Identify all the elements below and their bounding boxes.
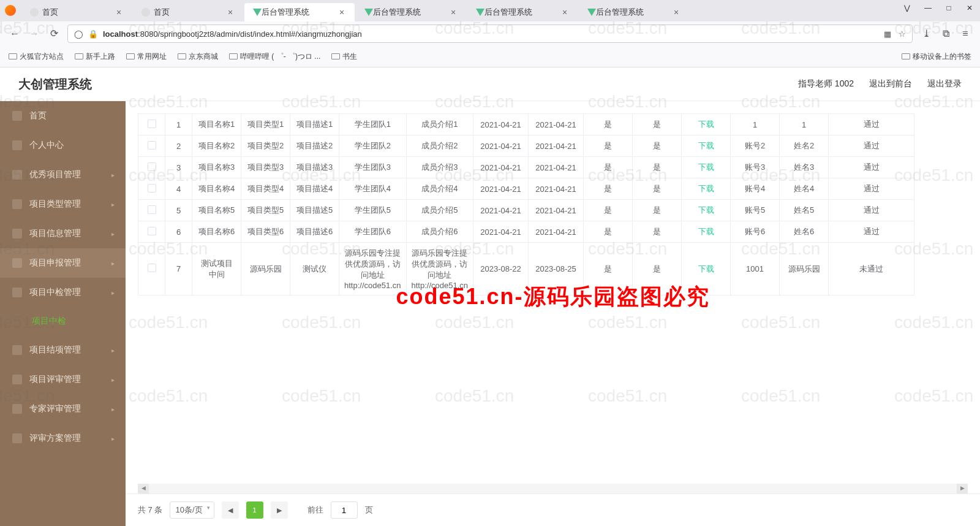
row-checkbox[interactable] [148,141,156,150]
cell-type: 项目类型4 [241,178,290,200]
bookmark-item[interactable]: 哔哩哔哩 ( ゜- ゜)つロ ... [229,51,320,62]
row-checkbox[interactable] [148,120,156,128]
cell-desc: 项目描述6 [290,221,339,243]
download-link[interactable]: 下载 [698,205,714,215]
page-size-select[interactable]: 10条/页 [170,501,214,519]
row-checkbox[interactable] [148,184,156,192]
menu-icon[interactable]: ≡ [959,28,971,40]
download-link[interactable]: 下载 [698,264,714,273]
cell-acct: 账号5 [731,200,780,221]
download-icon[interactable]: ⤓ [920,28,932,40]
row-checkbox[interactable] [148,264,156,272]
download-link[interactable]: 下载 [698,141,714,150]
folder-icon [75,53,83,59]
current-user[interactable]: 指导老师 1002 [798,78,854,90]
tab-close-icon[interactable]: × [115,8,123,17]
row-checkbox[interactable] [148,205,156,214]
sidebar-item[interactable]: 项目申报管理▸ [0,248,126,278]
browser-tab[interactable]: 后台管理系统× [244,3,355,21]
app-header-right: 指导老师 1002 退出到前台 退出登录 [798,78,962,90]
sidebar-item[interactable]: 首页 [0,101,126,131]
scroll-right-icon[interactable]: ▶ [957,484,968,494]
url-box[interactable]: ◯ 🔒 localhost:8080/springbootj2zt8/admin… [67,25,913,43]
nav-forward-icon[interactable]: → [28,28,40,40]
horizontal-scrollbar[interactable]: ◀ ▶ [138,484,968,494]
download-link[interactable]: 下载 [698,227,714,236]
window-close-icon[interactable]: ✕ [965,4,974,12]
nav-back-icon[interactable]: ← [9,28,21,40]
pager-prev[interactable]: ◀ [222,501,239,519]
window-more-icon[interactable]: ⋁ [903,4,911,12]
menu-label: 项目结项管理 [29,345,81,356]
sidebar-item[interactable]: 评审方案管理▸ [0,424,126,453]
menu-label: 个人中心 [29,140,64,151]
bookmark-mobile[interactable]: 移动设备上的书签 [902,51,971,62]
bookmark-item[interactable]: 书生 [331,51,357,62]
menu-icon [12,433,22,443]
extensions-icon[interactable]: ⧉ [940,28,952,40]
pager-goto-input[interactable] [331,501,358,519]
cell-team: 学生团队5 [339,200,407,221]
sidebar-item[interactable]: 项目信息管理▸ [0,219,126,248]
tab-close-icon[interactable]: × [337,8,346,17]
download-link[interactable]: 下载 [698,120,714,129]
sidebar-item[interactable]: 项目类型管理▸ [0,189,126,219]
browser-tab[interactable]: 后台管理系统× [579,3,689,21]
bookmark-item[interactable]: 常用网址 [126,51,167,62]
sidebar-item[interactable]: 项目结项管理▸ [0,335,126,365]
cell-status: 通过 [829,178,914,200]
qr-icon[interactable]: ▦ [884,29,891,39]
browser-tab[interactable]: 后台管理系统× [356,3,466,21]
browser-tab[interactable]: 后台管理系统× [467,3,578,21]
logout-button[interactable]: 退出登录 [927,78,962,90]
cell-date1: 2021-04-21 [473,157,529,178]
window-minimize-icon[interactable]: — [924,4,932,12]
cell-index: 4 [165,178,192,200]
row-checkbox[interactable] [148,227,156,235]
cell-status: 通过 [829,200,914,221]
cell-date1: 2021-04-21 [473,221,529,243]
scroll-left-icon[interactable]: ◀ [138,484,149,494]
sidebar-item[interactable]: 专家评审管理▸ [0,394,126,424]
bookmark-label: 京东商城 [189,51,218,62]
cell-flag2: 是 [633,200,682,221]
tab-close-icon[interactable]: × [560,8,569,17]
star-icon[interactable]: ☆ [899,29,906,39]
cell-acct: 账号3 [731,157,780,178]
tab-close-icon[interactable]: × [226,8,235,17]
cell-flag1: 是 [584,178,633,200]
pager-next[interactable]: ▶ [271,501,288,519]
bookmark-item[interactable]: 京东商城 [178,51,218,62]
tab-close-icon[interactable]: × [449,8,458,17]
menu-icon [12,375,22,384]
download-link[interactable]: 下载 [698,184,714,193]
browser-tab[interactable]: 首页× [21,3,132,21]
row-checkbox[interactable] [148,162,156,171]
cell-type: 源码乐园 [241,243,290,295]
window-maximize-icon[interactable]: □ [944,4,953,12]
sidebar-item[interactable]: 项目中检管理▸ [0,278,126,307]
cell-date1: 2021-04-21 [473,200,529,221]
scrollbar-track[interactable] [149,484,957,494]
table-scroll[interactable]: 1项目名称1项目类型1项目描述1学生团队1成员介绍12021-04-212021… [126,101,980,484]
submenu-item-active[interactable]: 项目中检 [0,307,126,335]
pager-total: 共 7 条 [138,505,162,516]
cell-status: 未通过 [829,243,914,295]
sidebar-item[interactable]: 项目评审管理▸ [0,365,126,394]
sidebar-item[interactable]: 优秀项目管理▸ [0,160,126,189]
pager-page-1[interactable]: 1 [246,501,263,519]
cell-name: 项目名称4 [192,178,241,200]
download-link[interactable]: 下载 [698,162,714,172]
bookmark-item[interactable]: 火狐官方站点 [9,51,64,62]
cell-date2: 2021-04-21 [529,200,584,221]
tab-close-icon[interactable]: × [672,8,680,17]
bookmark-item[interactable]: 新手上路 [75,51,115,62]
sidebar-item[interactable]: 个人中心 [0,131,126,160]
nav-reload-icon[interactable]: ⟳ [48,28,60,40]
logout-front-button[interactable]: 退出到前台 [869,78,912,90]
menu-icon [12,258,22,268]
sidebar: 首页个人中心优秀项目管理▸项目类型管理▸项目信息管理▸项目申报管理▸项目中检管理… [0,101,126,526]
browser-tab[interactable]: 首页× [133,3,243,21]
chevron-icon: ▸ [111,231,115,237]
cell-flag1: 是 [584,135,633,157]
